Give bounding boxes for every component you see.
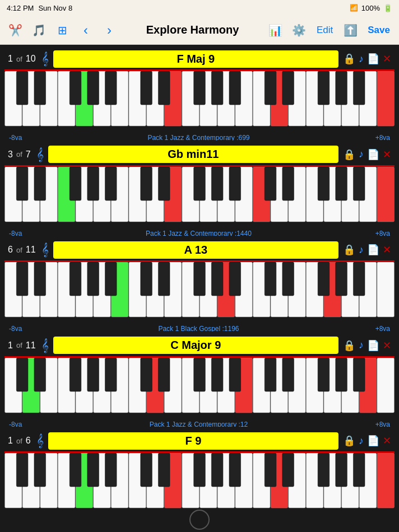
footer-pack-label: Pack 1 Jazz & Contemporary :699 (22, 134, 375, 141)
toolbar-right: 📊 ⚙️ Edit ⬆️ Save (265, 20, 395, 41)
svg-rect-99 (87, 262, 99, 296)
svg-rect-134 (34, 358, 46, 391)
music-note-icon: ♪ (359, 148, 364, 160)
share-button[interactable]: ⬆️ (340, 20, 361, 41)
close-icon[interactable]: ✕ (383, 148, 391, 161)
piano-4[interactable] (4, 356, 395, 418)
footer-8va-right[interactable]: +8va (375, 230, 390, 236)
svg-rect-66 (194, 167, 206, 200)
svg-rect-184 (353, 453, 365, 487)
chord-name[interactable]: F 9 (48, 432, 338, 450)
svg-rect-172 (69, 453, 81, 487)
status-date: Sun Nov 8 (38, 4, 72, 12)
svg-rect-109 (336, 262, 347, 296)
card-total: 6 (26, 436, 31, 446)
grid-button[interactable]: ⊞ (52, 20, 73, 41)
footer-8va-left[interactable]: -8va (9, 134, 22, 141)
footer-8va-left[interactable]: -8va (9, 230, 22, 236)
svg-rect-21 (377, 71, 395, 126)
doc-icon[interactable]: 📄 (367, 244, 379, 256)
card-of: of (16, 341, 22, 349)
svg-rect-73 (353, 167, 365, 200)
svg-rect-64 (141, 167, 152, 200)
piano-3[interactable] (4, 260, 395, 322)
footer-pack-label: Pack 1 Jazz & Contemporary :1440 (22, 230, 375, 236)
card-icons: 🔒 ♪ 📄 ✕ (343, 53, 391, 65)
chord-name[interactable]: C Major 9 (53, 337, 338, 354)
piano-2[interactable] (4, 165, 395, 227)
prev-button[interactable]: ‹ (75, 20, 96, 41)
piano-1[interactable] (4, 69, 395, 131)
svg-rect-133 (16, 358, 28, 391)
svg-rect-61 (69, 167, 81, 200)
footer-8va-right[interactable]: +8va (375, 325, 390, 332)
card-header-1: 1 of 10 𝄞 F Maj 9 🔒 ♪ 📄 ✕ (4, 48, 395, 69)
svg-rect-144 (282, 358, 294, 391)
svg-rect-175 (141, 453, 152, 487)
svg-rect-174 (105, 453, 117, 487)
svg-rect-95 (377, 262, 395, 317)
card-icons: 🔒 ♪ 📄 ✕ (343, 148, 391, 161)
close-icon[interactable]: ✕ (383, 435, 391, 447)
svg-rect-177 (194, 453, 206, 487)
card-footer-1: -8va Pack 1 Jazz & Contemporary :699 +8v… (4, 131, 395, 141)
card-total: 7 (26, 150, 31, 160)
svg-rect-30 (211, 71, 223, 105)
chord-name[interactable]: F Maj 9 (53, 50, 338, 68)
chord-card-3: 6 of 11 𝄞 A 13 🔒 ♪ 📄 ✕ -8va Pack 1 Black… (4, 239, 395, 332)
close-icon[interactable]: ✕ (383, 339, 391, 352)
chord-card-5: 1 of 6 𝄞 F 9 🔒 ♪ 📄 ✕ (4, 430, 395, 510)
svg-rect-147 (353, 358, 365, 391)
svg-rect-179 (229, 453, 241, 487)
close-icon[interactable]: ✕ (383, 53, 391, 65)
toolbar-title: Explore Harmony (146, 24, 239, 36)
status-time: 4:12 PM (7, 4, 34, 12)
svg-rect-71 (318, 167, 330, 200)
svg-rect-32 (265, 71, 276, 105)
lock-icon: 🔒 (343, 244, 355, 256)
svg-rect-58 (377, 167, 395, 222)
svg-rect-26 (105, 71, 117, 105)
footer-8va-right[interactable]: +8va (375, 134, 390, 141)
save-button[interactable]: Save (363, 22, 395, 38)
card-header-5: 1 of 6 𝄞 F 9 🔒 ♪ 📄 ✕ (4, 430, 395, 451)
svg-rect-35 (336, 71, 347, 105)
svg-rect-173 (87, 453, 99, 487)
wrench-button[interactable]: ✂️ (4, 20, 26, 41)
close-icon[interactable]: ✕ (383, 244, 391, 256)
svg-rect-136 (87, 358, 99, 391)
toolbar-left: ✂️ 🎵 ⊞ ‹ › (4, 20, 120, 41)
edit-button[interactable]: Edit (312, 22, 337, 38)
footer-8va-left[interactable]: -8va (9, 325, 22, 332)
doc-icon[interactable]: 📄 (367, 53, 379, 65)
svg-rect-70 (282, 167, 294, 200)
doc-icon[interactable]: 📄 (367, 148, 379, 161)
chord-name[interactable]: A 13 (53, 241, 338, 259)
svg-rect-62 (87, 167, 99, 200)
doc-icon[interactable]: 📄 (367, 339, 379, 352)
next-button[interactable]: › (99, 20, 120, 41)
music-note-icon: ♪ (359, 435, 364, 447)
footer-8va-right[interactable]: +8va (375, 421, 390, 427)
svg-rect-138 (141, 358, 152, 391)
piano-5[interactable] (4, 451, 395, 510)
card-of: of (16, 437, 22, 445)
card-position: 1 (8, 436, 13, 446)
card-icons: 🔒 ♪ 📄 ✕ (343, 244, 391, 256)
svg-rect-181 (282, 453, 294, 487)
stats-button[interactable]: 📊 (265, 20, 286, 41)
svg-rect-96 (16, 262, 28, 296)
svg-rect-132 (377, 358, 395, 413)
card-footer-4: -8va Pack 1 Jazz & Contemporary :12 +8va (4, 418, 395, 427)
clef-button[interactable]: 🎵 (28, 20, 49, 41)
status-time-date: 4:12 PM Sun Nov 8 (7, 4, 72, 12)
doc-icon[interactable]: 📄 (367, 435, 379, 447)
svg-rect-100 (105, 262, 117, 296)
chord-name[interactable]: Gb min11 (48, 146, 338, 163)
svg-rect-72 (336, 167, 347, 200)
svg-rect-29 (194, 71, 206, 105)
chord-card-2: 3 of 7 𝄞 Gb min11 🔒 ♪ 📄 ✕ -8va Pack 1 Ja… (4, 144, 395, 236)
settings-button[interactable]: ⚙️ (289, 20, 310, 41)
home-button[interactable] (189, 510, 210, 530)
footer-8va-left[interactable]: -8va (9, 421, 22, 427)
